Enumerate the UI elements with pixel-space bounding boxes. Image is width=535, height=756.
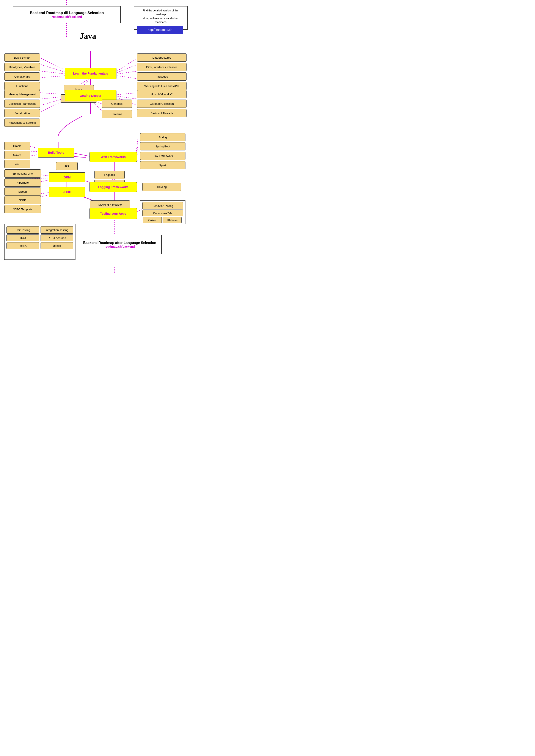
behavior-testing-group: Behavior Testing Cucumber-JVM Cukes JBeh… (140, 201, 185, 224)
node-jbehave: JBehave (163, 217, 182, 223)
node-jdbc-template: JDBC Template (4, 205, 41, 213)
node-functions: Functions (4, 82, 40, 90)
node-ebean: EBean (4, 187, 41, 196)
node-behavior-testing: Behavior Testing (142, 202, 183, 209)
unit-integration-group: Unit Testing JUnit TestNG Integration Te… (4, 224, 75, 260)
node-basics-threads: Basics of Threads (137, 109, 186, 117)
node-cukes: Cukes (143, 217, 162, 223)
node-jdbc: JDBC (49, 187, 85, 197)
node-jdbi3: JDBI3 (4, 196, 41, 204)
node-integration-testing: Integration Testing (41, 226, 73, 233)
node-cucumber: Cucumber-JVM (142, 210, 183, 216)
node-datatypes: DataTypes, Variables (4, 63, 40, 71)
node-jpa: JPA (56, 162, 78, 170)
header-subtitle: roadmap.sh/backend (52, 15, 82, 18)
node-streams: Streams (102, 110, 132, 118)
node-logging-frameworks: Logging Frameworks (90, 182, 137, 192)
info-text: Find the detailed version of this roadma… (137, 9, 184, 24)
node-testng: TestNG (7, 242, 39, 249)
page: { "header": { "title": "Backend Roadmap … (0, 0, 194, 274)
node-web-frameworks: Web Frameworks (90, 152, 137, 162)
node-serialization: Serialization (4, 109, 40, 117)
node-jmeter: JMeter (41, 242, 73, 249)
node-unit-testing: Unit Testing (7, 226, 39, 233)
header-title: Backend Roadmap till Language Selection (30, 11, 104, 15)
node-logback: Logback (95, 171, 125, 179)
node-mocking: Mocking > Mockito (90, 201, 130, 209)
node-generics: Generics (102, 99, 132, 108)
node-learn-fundamentals: Learn the Fundamentals (65, 68, 116, 79)
svg-line-9 (115, 75, 137, 79)
node-rest-assured: REST Assured (41, 234, 73, 241)
header-title-box: Backend Roadmap till Language Selection … (13, 6, 121, 23)
node-tinylog: TinyLog (142, 183, 181, 191)
node-how-jvm: How JVM works? (137, 90, 186, 98)
svg-line-17 (115, 96, 138, 99)
node-spring-boot: Spring Boot (140, 142, 185, 150)
node-spark: Spark (140, 161, 185, 169)
node-oop: OOP, Interfaces, Classes (137, 63, 186, 71)
info-link[interactable]: http:// roadmap.sh (137, 26, 183, 34)
svg-line-7 (115, 65, 137, 73)
node-build-tools: Build Tools (38, 148, 74, 157)
footer-title-box: Backend Roadmap after Language Selection… (78, 235, 162, 254)
node-spring-data: Spring Data JPA (4, 169, 41, 177)
node-conditionals: Conditionals (4, 72, 40, 81)
node-hibernate: Hibernate (4, 178, 41, 187)
node-junit: JUnit (7, 234, 39, 241)
svg-line-16 (115, 93, 138, 95)
java-title: Java (80, 31, 96, 41)
node-networking: Networking & Sockets (4, 119, 40, 127)
node-working-files: Working with Files and APIs (137, 82, 186, 90)
node-spring: Spring (140, 133, 185, 141)
node-datastructures: DataStructures (137, 53, 186, 62)
node-basic-syntax: Basic Syntax (4, 53, 40, 62)
svg-line-8 (115, 71, 137, 74)
footer-subtitle: roadmap.sh/backend (104, 245, 135, 248)
node-play-fw: Play Framework (140, 152, 185, 160)
node-packages: Packages (137, 72, 186, 81)
info-box: Find the detailed version of this roadma… (134, 6, 187, 30)
node-collection-fw: Collection Framework (4, 99, 40, 108)
node-garbage: Garbage Collection (137, 99, 186, 108)
node-memory-mgmt: Memory Management (4, 90, 40, 98)
node-ant: Ant (4, 160, 30, 168)
node-gradle: Gradle (4, 142, 30, 150)
svg-line-6 (115, 58, 137, 72)
footer-title: Backend Roadmap after Language Selection (83, 241, 156, 245)
node-testing: Testing your Apps (90, 208, 137, 219)
node-maven: Maven (4, 151, 30, 159)
node-orm: ORM (49, 173, 85, 182)
